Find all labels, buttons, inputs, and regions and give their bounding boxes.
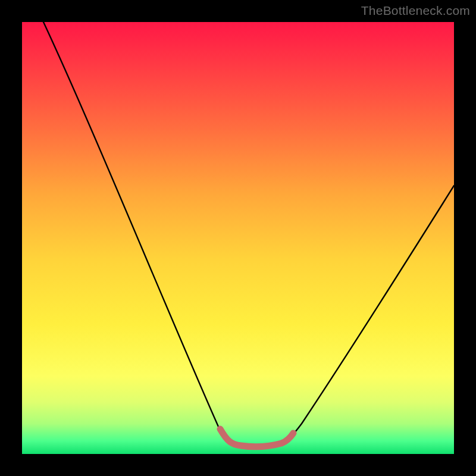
bottleneck-curve bbox=[22, 22, 454, 454]
plot-area bbox=[22, 22, 454, 454]
trough-marker bbox=[220, 429, 293, 447]
chart-frame: TheBottleneck.com bbox=[0, 0, 476, 476]
curve-path bbox=[43, 22, 454, 446]
watermark-text: TheBottleneck.com bbox=[361, 4, 470, 18]
